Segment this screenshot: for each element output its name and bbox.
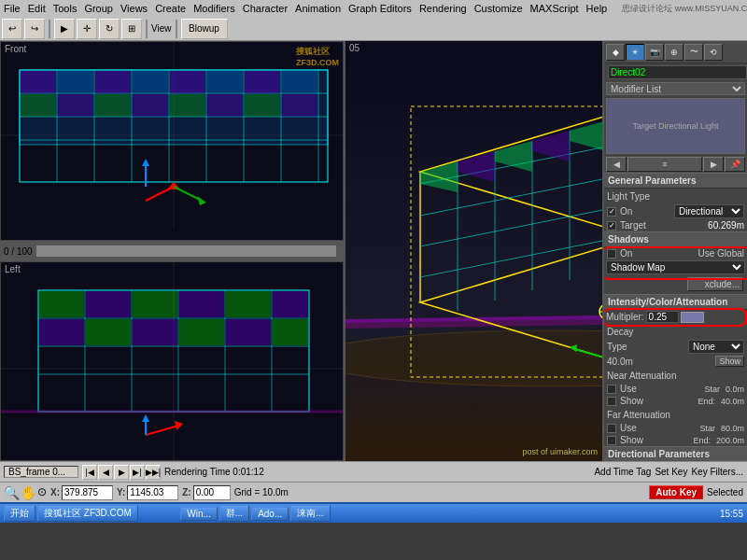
prop-nav-next[interactable]: ▶ — [703, 157, 724, 172]
render-button[interactable]: Blowup — [181, 19, 228, 39]
timeline-slider[interactable] — [36, 245, 336, 257]
y-coord-field: Y: — [117, 485, 178, 500]
exclude-button[interactable]: xclude... — [687, 277, 743, 291]
prop-nav-pin[interactable]: 📌 — [725, 157, 745, 172]
menu-item-tools[interactable]: Tools — [53, 3, 78, 14]
taskbar-item-group[interactable]: 群... — [219, 505, 249, 522]
left-panel: Front 搜狐社区ZF3D.COM — [0, 41, 345, 461]
far-show-checkbox[interactable] — [607, 436, 616, 445]
decay-show-btn[interactable]: Show — [715, 356, 744, 367]
taskbar-item-ado[interactable]: Ado... — [251, 507, 289, 521]
menu-item-modifiers[interactable]: Modifiers — [193, 3, 235, 14]
object-name-input[interactable] — [608, 65, 747, 79]
directional-select[interactable]: Directional — [674, 204, 744, 218]
svg-rect-20 — [207, 71, 243, 93]
svg-rect-28 — [207, 94, 243, 117]
color-swatch[interactable] — [681, 312, 704, 323]
move-button[interactable]: ✛ — [77, 19, 97, 39]
prop-icon-helper[interactable]: ⊕ — [665, 44, 684, 61]
prop-nav-prev[interactable]: ◀ — [606, 157, 627, 172]
menu-item-group[interactable]: Group — [84, 3, 113, 14]
shadows-on-checkbox[interactable] — [607, 249, 616, 259]
viewport-front[interactable]: Front 搜狐社区ZF3D.COM — [0, 41, 344, 241]
taskbar-item-win[interactable]: Win... — [180, 507, 218, 521]
x-input[interactable] — [62, 485, 113, 500]
decay-type-select[interactable]: None — [688, 340, 744, 354]
play-prev-btn[interactable]: |◀ — [82, 465, 97, 480]
multiplier-input[interactable] — [646, 311, 679, 323]
svg-rect-58 — [226, 319, 271, 345]
rotate-button[interactable]: ↻ — [99, 19, 120, 39]
near-start-value: 0.0m — [726, 385, 744, 394]
timeline-controls: 0 / 100 — [0, 241, 344, 261]
taskbar-item-sohu[interactable]: 搜狐社区 ZF3D.COM — [37, 505, 138, 522]
menu-item-views[interactable]: Views — [120, 3, 148, 14]
svg-rect-52 — [226, 291, 271, 317]
modifier-list-row: Modifier List — [604, 81, 747, 96]
menu-item-maxscript[interactable]: MAXScript — [530, 3, 579, 14]
menu-item-file[interactable]: File — [4, 3, 21, 14]
prop-nav-list[interactable]: ≡ — [627, 157, 702, 172]
light-on-checkbox[interactable] — [607, 207, 616, 217]
decay-type-row: Type None — [604, 339, 747, 355]
menu-item-edit[interactable]: Edit — [28, 3, 46, 14]
select-button[interactable]: ▶ — [54, 19, 75, 39]
menu-item-help[interactable]: Help — [586, 3, 608, 14]
light-type-row: Light Type — [604, 189, 747, 203]
far-start-value: 80.0m — [721, 424, 744, 433]
target-checkbox[interactable] — [607, 221, 616, 231]
near-use-checkbox[interactable] — [607, 385, 616, 394]
svg-rect-55 — [86, 319, 131, 345]
on-label: On — [620, 206, 632, 217]
toolbar: ↩ ↪ ▶ ✛ ↻ ⊞ View Blowup — [0, 17, 747, 41]
z-coord-field: Z: — [182, 485, 230, 500]
prop-icon-camera[interactable]: 📷 — [645, 44, 664, 61]
zoom-icon[interactable]: 🔍 — [4, 485, 20, 500]
menu-item-animation[interactable]: Animation — [295, 3, 341, 14]
menu-item-graph-editors[interactable]: Graph Editors — [348, 3, 412, 14]
decay-label-row: Decay — [604, 324, 747, 339]
near-show-row: Show End: 40.0m — [604, 395, 747, 407]
section-general-params: General Parameters — [604, 173, 747, 189]
svg-rect-54 — [39, 319, 84, 345]
menu-item-rendering[interactable]: Rendering — [419, 3, 467, 14]
viewport-left[interactable]: Left — [0, 261, 344, 461]
light-type-text: Light Type — [607, 191, 744, 202]
prop-icon-geometry[interactable]: ◆ — [606, 44, 625, 61]
svg-rect-51 — [179, 291, 224, 317]
play-back-btn[interactable]: ◀ — [98, 465, 113, 480]
prop-icon-modifier[interactable]: ⟲ — [704, 44, 723, 61]
near-atten-label-row: Near Attenuation — [604, 368, 747, 383]
play-fwd-btn[interactable]: ▶ — [114, 465, 129, 480]
start-button[interactable]: 开始 — [4, 505, 35, 522]
play-next-btn[interactable]: ▶| — [130, 465, 145, 480]
playback-controls: |◀ ◀ ▶ ▶| ▶▶| — [82, 465, 161, 480]
rendering-time: Rendering Time 0:01:12 — [164, 467, 590, 477]
z-input[interactable] — [193, 485, 231, 500]
prop-icon-spacewarp[interactable]: 〜 — [684, 44, 703, 61]
redo-button[interactable]: ↪ — [24, 19, 45, 39]
taskbar-item-main[interactable]: 涞南... — [290, 505, 330, 522]
pan-icon[interactable]: ✋ — [21, 485, 36, 500]
main-3d-viewport[interactable]: 05 — [345, 41, 602, 461]
near-show-checkbox[interactable] — [607, 397, 616, 406]
svg-rect-59 — [273, 319, 308, 345]
menu-item-customize[interactable]: Customize — [474, 3, 523, 14]
modifier-list-select[interactable]: Modifier List — [606, 82, 745, 95]
menu-item-character[interactable]: Character — [243, 3, 288, 14]
play-last-btn[interactable]: ▶▶| — [146, 465, 161, 480]
undo-button[interactable]: ↩ — [2, 19, 22, 39]
y-input[interactable] — [127, 485, 178, 500]
far-use-checkbox[interactable] — [607, 424, 616, 433]
auto-key-button[interactable]: Auto Key — [649, 485, 703, 499]
scale-button[interactable]: ⊞ — [121, 19, 142, 39]
name-field-row — [604, 63, 747, 81]
svg-rect-21 — [245, 71, 280, 93]
svg-marker-36 — [142, 159, 149, 166]
orbit-icon[interactable]: ⊙ — [37, 485, 47, 500]
target-label: Target — [620, 220, 646, 231]
shadow-map-select[interactable]: Shadow Map — [606, 260, 745, 274]
menu-item-create[interactable]: Create — [155, 3, 186, 14]
main-viewport-label: 05 — [349, 43, 359, 53]
prop-icon-light[interactable]: ☀ — [626, 44, 644, 61]
